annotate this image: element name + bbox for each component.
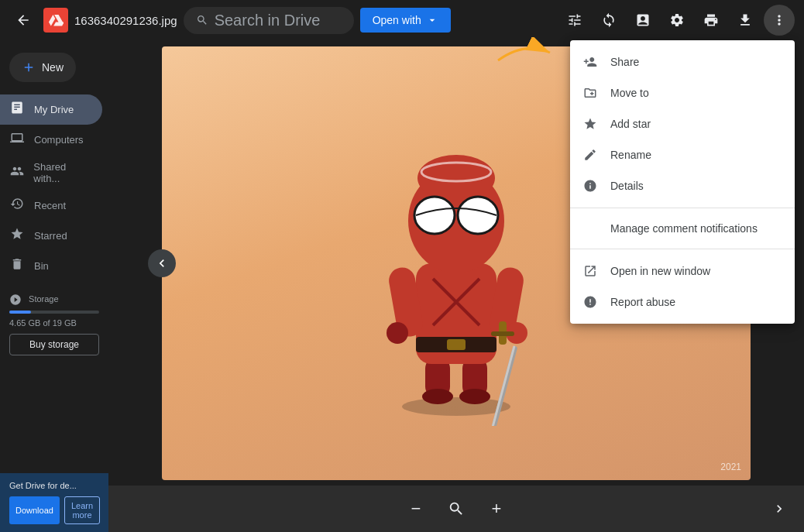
zoom-reset-button[interactable] [442, 495, 470, 523]
promo-buttons: Download Learn more [9, 496, 99, 524]
svg-point-12 [387, 322, 408, 344]
context-menu[interactable]: Share Move to Add star Rename [570, 40, 795, 324]
my-drive-label: My Drive [34, 104, 74, 115]
open-with-button[interactable]: Open with [360, 8, 451, 33]
svg-point-3 [422, 389, 453, 404]
download-promo-button[interactable]: Download [9, 496, 60, 524]
sidebar-item-shared-with-me[interactable]: Shared with... [0, 155, 102, 190]
menu-item-move-to[interactable]: Move to [570, 77, 795, 108]
sidebar-item-my-drive[interactable]: My Drive [0, 94, 102, 125]
settings-icon-button[interactable] [661, 5, 692, 36]
details-label: Details [610, 180, 782, 192]
menu-item-open-new-window[interactable]: Open in new window [570, 256, 795, 287]
shared-with-me-label: Shared with... [33, 161, 93, 184]
report-abuse-label: Report abuse [610, 296, 782, 308]
buy-storage-button[interactable]: Buy storage [9, 334, 99, 355]
image-date: 2021 [720, 462, 741, 472]
menu-item-manage-notifications[interactable]: Manage comment notifications [570, 215, 795, 242]
bin-icon [9, 257, 25, 275]
filename: 1636340291236.jpg [74, 14, 177, 27]
open-new-window-icon [582, 263, 598, 279]
storage-bar [9, 311, 99, 314]
storage-section: Storage 4.65 GB of 19 GB Buy storage [0, 293, 108, 355]
details-icon [582, 178, 598, 194]
share-icon [582, 54, 598, 70]
drive-promo: Get Drive for de... Download Learn more [0, 473, 108, 532]
bottom-bar: − + [108, 486, 804, 532]
sidebar-item-starred[interactable]: Starred [0, 221, 102, 251]
print-button[interactable] [696, 5, 727, 36]
search-box[interactable]: Search in Drive [184, 7, 354, 34]
drive-sidebar-icon [9, 101, 25, 118]
prev-button[interactable] [148, 249, 176, 277]
menu-item-share[interactable]: Share [570, 46, 795, 77]
share-label: Share [610, 56, 782, 68]
search-placeholder: Search in Drive [215, 12, 321, 29]
new-button[interactable]: New [9, 53, 76, 82]
adjust-icon-button[interactable] [559, 5, 590, 36]
storage-label: Storage [29, 294, 59, 304]
drive-icon [43, 8, 68, 33]
storage-icon-area: Storage [9, 293, 99, 306]
add-photo-button[interactable] [627, 5, 658, 36]
learn-more-button[interactable]: Learn more [64, 496, 100, 524]
topbar-actions [559, 5, 795, 36]
loop-icon-button[interactable] [593, 5, 624, 36]
topbar-left: 1636340291236.jpg Search in Drive Open w… [9, 6, 553, 34]
svg-point-4 [459, 389, 490, 404]
promo-text: Get Drive for de... [9, 481, 99, 490]
star-icon [582, 116, 598, 132]
menu-item-details[interactable]: Details [570, 170, 795, 201]
topbar: 1636340291236.jpg Search in Drive Open w… [0, 0, 804, 40]
more-options-button[interactable] [764, 5, 795, 36]
computers-label: Computers [34, 134, 84, 146]
report-abuse-icon [582, 294, 598, 310]
menu-item-rename[interactable]: Rename [570, 139, 795, 170]
move-to-label: Move to [610, 87, 782, 99]
menu-item-report-abuse[interactable]: Report abuse [570, 287, 795, 317]
rename-icon [582, 147, 598, 163]
back-button[interactable] [9, 6, 37, 34]
recent-label: Recent [34, 200, 66, 211]
add-star-label: Add star [610, 118, 782, 130]
open-new-window-label: Open in new window [610, 265, 782, 277]
zoom-in-button[interactable]: + [483, 495, 510, 523]
recent-icon [9, 197, 25, 215]
download-button[interactable] [730, 5, 761, 36]
manage-notifications-label: Manage comment notifications [610, 222, 782, 235]
starred-label: Starred [34, 230, 67, 242]
new-button-label: New [42, 61, 64, 74]
zoom-out-button[interactable]: − [402, 495, 430, 523]
sidebar-item-computers[interactable]: Computers [0, 125, 102, 155]
menu-section-1: Share Move to Add star Rename [570, 40, 795, 208]
sidebar: New My Drive Computers Shared with... Re… [0, 40, 108, 532]
svg-rect-7 [447, 339, 466, 350]
svg-rect-15 [491, 331, 514, 336]
shared-icon [9, 164, 24, 182]
storage-used: 4.65 GB of 19 GB [9, 318, 99, 328]
menu-section-2: Manage comment notifications [570, 208, 795, 249]
menu-section-3: Open in new window Report abuse [570, 249, 795, 324]
computers-icon [9, 131, 25, 149]
svg-point-0 [402, 397, 510, 416]
starred-icon [9, 227, 25, 245]
sidebar-item-recent[interactable]: Recent [0, 190, 102, 221]
storage-fill [9, 311, 31, 314]
rename-label: Rename [610, 149, 782, 161]
sidebar-item-bin[interactable]: Bin [0, 251, 102, 281]
next-page-button[interactable] [764, 493, 795, 524]
move-to-icon [582, 85, 598, 101]
bin-label: Bin [34, 260, 49, 272]
menu-item-add-star[interactable]: Add star [570, 108, 795, 139]
